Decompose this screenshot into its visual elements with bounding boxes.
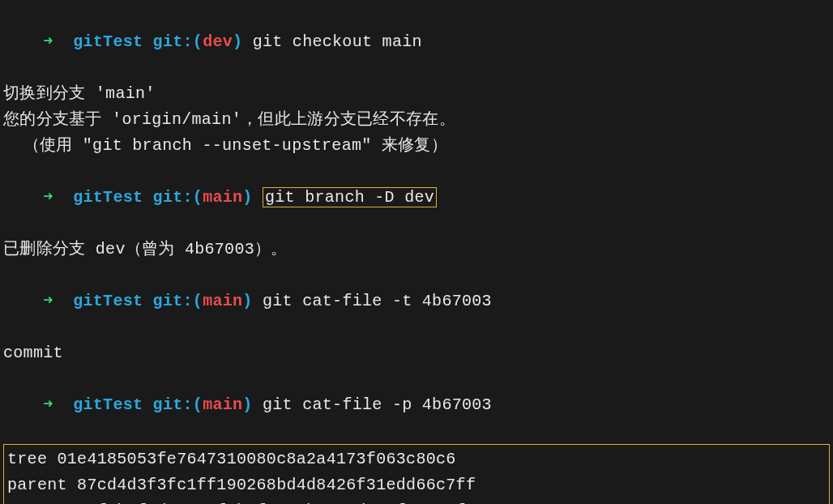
prompt-line-2: ➜ gitTest git:(main) git branch -D dev	[3, 159, 830, 237]
command-text: git checkout main	[253, 32, 422, 51]
output-line: 您的分支基于 'origin/main'，但此上游分支已经不存在。	[3, 107, 830, 133]
terminal[interactable]: ➜ gitTest git:(dev) git checkout main 切换…	[3, 3, 830, 504]
prompt-line-4: ➜ gitTest git:(main) git cat-file -p 4b6…	[3, 366, 830, 444]
folder-name: gitTest	[73, 395, 143, 414]
git-suffix: )	[242, 188, 252, 207]
git-suffix: )	[242, 292, 252, 310]
git-prefix: git:(	[153, 395, 203, 414]
output-line: 切换到分支 'main'	[3, 81, 830, 107]
arrow-icon: ➜	[43, 188, 53, 207]
output-line: 已删除分支 dev（曾为 4b67003）。	[3, 237, 830, 263]
arrow-icon: ➜	[43, 395, 53, 414]
git-prefix: git:(	[153, 188, 203, 207]
output-line: （使用 "git branch --unset-upstream" 来修复）	[3, 133, 830, 159]
output-line: commit	[3, 340, 830, 366]
output-line: tree 01e4185053fe7647310080c8a2a4173f063…	[7, 446, 826, 472]
prompt-line-3: ➜ gitTest git:(main) git cat-file -t 4b6…	[3, 263, 830, 340]
command-text: git cat-file -t 4b67003	[263, 292, 492, 310]
folder-name: gitTest	[73, 292, 143, 310]
highlighted-command: git branch -D dev	[263, 187, 437, 207]
output-line: parent 9ef5b2f4d5a9c6f8b5fe714b2e50d9c8f…	[7, 498, 826, 504]
folder-name: gitTest	[73, 188, 143, 207]
highlighted-output-block: tree 01e4185053fe7647310080c8a2a4173f063…	[3, 444, 830, 504]
git-suffix: )	[242, 395, 252, 414]
git-prefix: git:(	[153, 292, 203, 310]
output-line: parent 87cd4d3f3fc1ff190268bd4d8426f31ed…	[7, 472, 826, 498]
branch-name: main	[203, 292, 242, 310]
branch-name: dev	[203, 32, 233, 51]
command-text: git cat-file -p 4b67003	[263, 395, 492, 414]
branch-name: main	[203, 188, 242, 207]
branch-name: main	[203, 395, 242, 414]
git-prefix: git:(	[153, 32, 203, 51]
arrow-icon: ➜	[43, 32, 53, 51]
folder-name: gitTest	[73, 32, 143, 51]
arrow-icon: ➜	[43, 292, 53, 310]
git-suffix: )	[233, 32, 242, 51]
prompt-line-1: ➜ gitTest git:(dev) git checkout main	[3, 3, 830, 81]
